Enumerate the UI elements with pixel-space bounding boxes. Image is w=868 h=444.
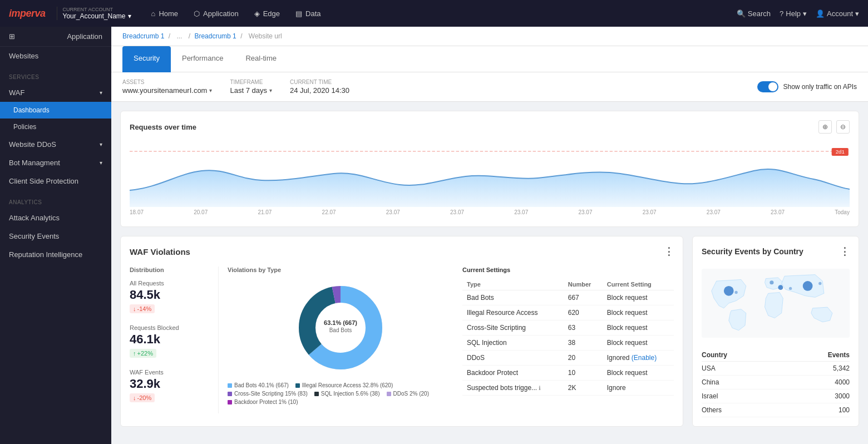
backdoor-color (228, 400, 232, 404)
sidebar-item-policies[interactable]: Policies (0, 119, 111, 135)
security-events-card: Security Events by Country ⋮ (692, 236, 859, 427)
timeframe-label: Timeframe (230, 79, 272, 85)
current-account-name[interactable]: Your_Account_Name ▾ (63, 12, 131, 20)
breadcrumb-current: Website url (249, 32, 282, 40)
svg-point-18 (734, 291, 737, 294)
sidebar-item-dashboards[interactable]: Dashboards (0, 102, 111, 119)
ddos-color (387, 392, 391, 396)
world-map-svg (702, 264, 850, 342)
assets-dropdown[interactable]: www.yoursitenameurI.com ▾ (122, 86, 212, 95)
assets-chevron-icon: ▾ (209, 87, 212, 93)
assets-filter: Assets www.yoursitenameurI.com ▾ (122, 79, 212, 95)
timeframe-dropdown[interactable]: Last 7 days ▾ (230, 86, 272, 95)
breadcrumb-link-1[interactable]: Breadcrumb 1 (122, 32, 164, 40)
sidebar-item-client-side[interactable]: Client Side Protection (0, 172, 111, 190)
col-number: Number (564, 279, 603, 290)
api-toggle-group: Show only traffic on APIs (757, 81, 857, 92)
dist-item-all-requests: All Requests 84.5k ↓ -14% (130, 280, 209, 313)
chart-header: Requests over time ⊕ ⊖ (130, 120, 850, 134)
tab-realtime[interactable]: Real-time (234, 46, 288, 72)
api-traffic-toggle[interactable] (757, 81, 778, 92)
application-icon: ⊞ (9, 32, 15, 41)
account-button[interactable]: 👤 Account ▾ (816, 9, 859, 18)
nav-right: 🔍 Search ? Help ▾ 👤 Account ▾ (737, 9, 859, 18)
main-content: Breadcrumb 1 / ... / Breadcrumb 1 / Webs… (111, 27, 868, 444)
sidebar-item-reputation[interactable]: Reputation Intelligence (0, 245, 111, 264)
svg-point-13 (803, 281, 813, 291)
table-row: SQL Injection 38 Block request (462, 336, 674, 351)
waf-chevron-icon: ▾ (100, 90, 102, 96)
country-table: Country Events USA 5,342 China 4000 (702, 349, 850, 417)
help-button[interactable]: ? Help ▾ (780, 9, 807, 18)
sql-color (314, 392, 319, 396)
sidebar-item-security-events[interactable]: Security Events (0, 227, 111, 245)
svg-text:2d1: 2d1 (836, 149, 845, 155)
breadcrumb-link-2[interactable]: Breadcrumb 1 (194, 32, 236, 40)
current-time-value: 24 Jul, 2020 14:30 (290, 86, 349, 95)
violations-type-title: Violations by Type (228, 267, 453, 273)
dist-item-waf-events: WAF Events 32.9k ↓ -20% (130, 369, 209, 402)
sidebar-item-websites[interactable]: Websites (0, 47, 111, 65)
settings-table: Type Number Current Setting Bad Bots 667… (462, 279, 674, 396)
nav-application[interactable]: ⬡ Application (187, 6, 245, 21)
zoom-out-icon: ⊖ (840, 123, 846, 131)
tab-security[interactable]: Security (122, 46, 171, 72)
bad-bots-color (228, 383, 232, 388)
sidebar-item-attack-analytics[interactable]: Attack Analytics (0, 209, 111, 227)
current-account[interactable]: CURRENT ACCOUNT Your_Account_Name ▾ (57, 7, 131, 20)
tab-performance[interactable]: Performance (171, 46, 234, 72)
timeframe-filter: Timeframe Last 7 days ▾ (230, 79, 272, 95)
assets-label: Assets (122, 79, 212, 85)
zoom-in-icon: ⊕ (822, 123, 828, 131)
waf-violations-card: WAF Violations ⋮ Distribution All Reques… (120, 236, 683, 427)
all-requests-badge: ↓ -14% (130, 304, 155, 313)
sidebar-item-waf[interactable]: WAF ▾ (0, 83, 111, 102)
waf-menu-button[interactable]: ⋮ (664, 245, 674, 258)
down-arrow-icon: ↓ (133, 305, 136, 312)
chevron-down-icon: ▾ (128, 12, 131, 20)
table-row: Backdoor Protect 10 Block request (462, 366, 674, 381)
current-time-filter: Current time 24 Jul, 2020 14:30 (290, 79, 349, 95)
svg-text:Bad Bots: Bad Bots (329, 327, 352, 333)
svg-point-14 (778, 285, 783, 290)
help-icon: ? (780, 9, 783, 18)
nav-home[interactable]: ⌂ Home (145, 6, 185, 21)
country-row: China 4000 (702, 376, 850, 389)
xss-color (228, 392, 232, 396)
country-row: USA 5,342 (702, 362, 850, 376)
legend-backdoor: Backdoor Protect 1% (10) (228, 399, 298, 405)
current-settings-column: Current Settings Type Number Current Set… (462, 267, 674, 413)
sidebar-item-bot-management[interactable]: Bot Managment ▾ (0, 154, 111, 172)
search-button[interactable]: 🔍 Search (737, 9, 771, 18)
filters-bar: Assets www.yoursitenameurI.com ▾ Timefra… (111, 72, 868, 102)
sidebar-item-website-ddos[interactable]: Website DDoS ▾ (0, 135, 111, 154)
tabs-bar: Security Performance Real-time (111, 46, 868, 72)
donut-legend: Bad Bots 40.1% (667) Illegal Resource Ac… (228, 382, 453, 405)
waf-inner: Distribution All Requests 84.5k ↓ -14% R… (130, 267, 674, 413)
violations-type-column: Violations by Type (228, 267, 453, 413)
xss-link[interactable]: Cross-Site Scripting (462, 320, 564, 336)
logo: imperva (9, 8, 46, 19)
data-icon: ▤ (295, 9, 302, 18)
sidebar-item-application[interactable]: ⊞ Application (0, 27, 111, 47)
toggle-label: Show only traffic on APIs (783, 83, 857, 91)
app-icon: ⬡ (194, 9, 200, 18)
nav-data[interactable]: ▤ Data (289, 6, 327, 21)
svg-point-12 (724, 286, 734, 296)
dist-item-requests-blocked: Requests Blocked 46.1k ↑ +22% (130, 324, 209, 358)
donut-chart: 63.1% (667) Bad Bots (285, 278, 396, 378)
help-chevron-icon: ▾ (803, 9, 807, 18)
home-icon: ⌂ (151, 9, 156, 18)
nav-edge[interactable]: ◈ Edge (248, 6, 287, 21)
svg-point-15 (770, 280, 773, 284)
chart-x-labels: 18.07 20.07 21.07 22.07 23.07 23.07 23.0… (130, 207, 850, 218)
chart-area: 2d1 (130, 140, 850, 207)
zoom-out-button[interactable]: ⊖ (836, 120, 850, 134)
chart-controls: ⊕ ⊖ (818, 120, 850, 134)
legend-illegal-access: Illegal Resource Access 32.8% (620) (295, 382, 393, 388)
ddos-enable-link[interactable]: (Enable) (632, 354, 657, 362)
security-events-menu-button[interactable]: ⋮ (840, 245, 850, 258)
svg-point-17 (818, 282, 821, 285)
requests-chart-svg: 2d1 (130, 140, 850, 207)
zoom-in-button[interactable]: ⊕ (818, 120, 832, 134)
